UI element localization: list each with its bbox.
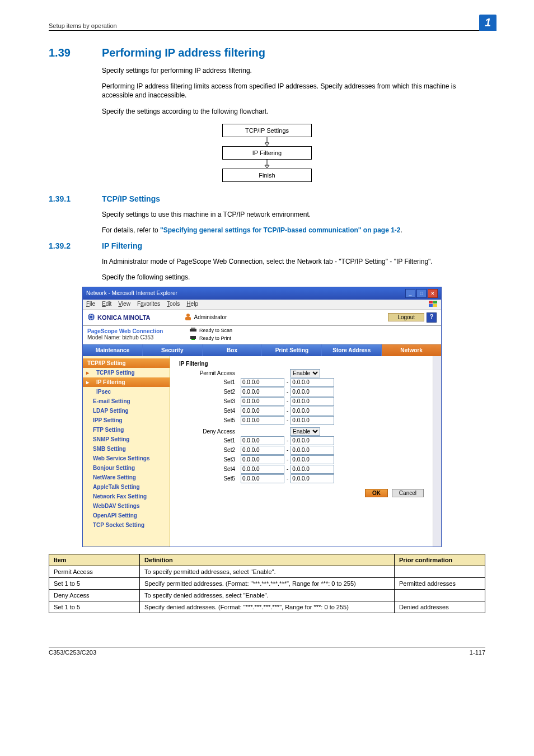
sidebar-item-ipfiltering[interactable]: IP Filtering bbox=[83, 377, 170, 387]
sub1-p2: For details, refer to "Specifying genera… bbox=[102, 226, 485, 235]
sub2-p2: Specify the following settings. bbox=[102, 273, 485, 282]
deny-set-label: Set3 bbox=[179, 456, 241, 463]
menu-file[interactable]: File bbox=[86, 301, 95, 308]
sidebar-item-snmp[interactable]: SNMP Setting bbox=[83, 435, 170, 444]
deny-set2-from[interactable] bbox=[241, 446, 284, 455]
permit-set3-to[interactable] bbox=[291, 397, 334, 406]
sidebar-item-netfax[interactable]: Network Fax Setting bbox=[83, 492, 170, 501]
deny-set5-to[interactable] bbox=[291, 474, 334, 483]
menu-favorites[interactable]: Favorites bbox=[137, 301, 160, 308]
help-button[interactable]: ? bbox=[427, 312, 437, 323]
table-cell: Set 1 to 5 bbox=[49, 577, 140, 589]
ok-button[interactable]: OK bbox=[365, 489, 388, 497]
deny-set4-to[interactable] bbox=[291, 465, 334, 474]
tab-network[interactable]: Network bbox=[382, 344, 441, 356]
definition-table: Item Definition Prior confirmation Permi… bbox=[49, 554, 485, 613]
dash-icon: - bbox=[284, 417, 291, 423]
xref-link[interactable]: "Specifying general settings for TCP/IP-… bbox=[160, 226, 400, 234]
sidebar-item-webservice[interactable]: Web Service Settings bbox=[83, 454, 170, 463]
dash-icon: - bbox=[284, 389, 291, 395]
flow-box-finish: Finish bbox=[222, 169, 312, 182]
dash-icon: - bbox=[284, 408, 291, 414]
sidebar-item-tcpsocket[interactable]: TCP Socket Setting bbox=[83, 520, 170, 530]
deny-access-select[interactable]: Enable bbox=[290, 427, 320, 436]
deny-set1-from[interactable] bbox=[241, 436, 284, 445]
sidebar-item-bonjour[interactable]: Bonjour Setting bbox=[83, 463, 170, 473]
deny-set1-to[interactable] bbox=[291, 436, 334, 445]
brand-text: KONICA MINOLTA bbox=[97, 314, 151, 321]
permit-set4-from[interactable] bbox=[241, 407, 284, 416]
deny-set5-from[interactable] bbox=[241, 474, 284, 483]
table-cell: Permitted addresses bbox=[395, 577, 485, 589]
permit-set3-from[interactable] bbox=[241, 397, 284, 406]
permit-set4-to[interactable] bbox=[291, 407, 334, 416]
dash-icon: - bbox=[284, 379, 291, 385]
deny-access-label: Deny Access bbox=[179, 428, 241, 435]
menu-view[interactable]: View bbox=[118, 301, 130, 308]
table-cell bbox=[395, 589, 485, 601]
section-title: Performing IP address filtering bbox=[102, 46, 265, 59]
permit-set1-from[interactable] bbox=[241, 378, 284, 387]
tab-box[interactable]: Box bbox=[203, 344, 263, 356]
svg-marker-1 bbox=[265, 143, 269, 146]
close-icon[interactable]: × bbox=[428, 289, 438, 298]
sidebar-item-ftp[interactable]: FTP Setting bbox=[83, 425, 170, 435]
sidebar-item-ipsec[interactable]: IPsec bbox=[83, 387, 170, 396]
tab-maintenance[interactable]: Maintenance bbox=[83, 344, 143, 356]
flow-box-tcpip: TCP/IP Settings bbox=[222, 124, 312, 137]
deny-set-label: Set1 bbox=[179, 437, 241, 444]
sub1-title: TCP/IP Settings bbox=[102, 194, 160, 203]
tab-print-setting[interactable]: Print Setting bbox=[262, 344, 322, 356]
scanner-icon bbox=[189, 327, 197, 334]
logout-button[interactable]: Logout bbox=[388, 313, 424, 321]
tab-store-address[interactable]: Store Address bbox=[322, 344, 382, 356]
cancel-button[interactable]: Cancel bbox=[392, 489, 424, 497]
sidebar-item-appletalk[interactable]: AppleTalk Setting bbox=[83, 482, 170, 492]
maximize-icon[interactable]: □ bbox=[416, 289, 427, 298]
permit-access-select[interactable]: Enable bbox=[290, 369, 320, 377]
menu-tools[interactable]: Tools bbox=[167, 301, 180, 308]
permit-set2-from[interactable] bbox=[241, 388, 284, 396]
svg-rect-12 bbox=[185, 317, 191, 320]
permit-set1-to[interactable] bbox=[291, 378, 334, 387]
sidebar-item-ipp[interactable]: IPP Setting bbox=[83, 416, 170, 425]
sidebar-item-smb[interactable]: SMB Setting bbox=[83, 444, 170, 454]
scrollbar[interactable] bbox=[433, 356, 441, 547]
deny-set3-to[interactable] bbox=[291, 455, 334, 464]
table-cell: To specify denied addresses, select "Ena… bbox=[140, 589, 395, 601]
chapter-chip: 1 bbox=[479, 15, 496, 31]
deny-set3-from[interactable] bbox=[241, 455, 284, 464]
svg-rect-4 bbox=[429, 301, 433, 304]
breadcrumb: Setup items by operation bbox=[49, 22, 117, 29]
permit-set2-to[interactable] bbox=[291, 388, 334, 396]
svg-rect-5 bbox=[433, 301, 437, 304]
sub1-heading: 1.39.1TCP/IP Settings bbox=[49, 194, 485, 203]
sidebar-item-webdav[interactable]: WebDAV Settings bbox=[83, 501, 170, 511]
sidebar: TCP/IP Setting TCP/IP Setting IP Filteri… bbox=[83, 356, 170, 547]
admin-label: Administrator bbox=[194, 314, 227, 320]
menu-edit[interactable]: Edit bbox=[102, 301, 111, 308]
deny-set2-to[interactable] bbox=[291, 446, 334, 455]
windows-flag-icon bbox=[429, 301, 438, 308]
minimize-icon[interactable]: _ bbox=[405, 289, 415, 298]
ready-scan-label: Ready to Scan bbox=[199, 328, 232, 333]
svg-rect-14 bbox=[191, 328, 195, 329]
svg-point-11 bbox=[186, 314, 190, 317]
sub2-p1: In Administrator mode of PageScope Web C… bbox=[102, 257, 485, 266]
permit-set5-to[interactable] bbox=[291, 416, 334, 425]
sidebar-item-netware[interactable]: NetWare Setting bbox=[83, 473, 170, 482]
window-title: Network - Microsoft Internet Explorer bbox=[86, 290, 177, 296]
sidebar-item-ldap[interactable]: LDAP Setting bbox=[83, 406, 170, 416]
content-heading: IP Filtering bbox=[179, 361, 424, 367]
sidebar-item-email[interactable]: E-mail Setting bbox=[83, 396, 170, 406]
table-cell bbox=[395, 566, 485, 577]
menu-help[interactable]: Help bbox=[186, 301, 198, 308]
tab-security[interactable]: Security bbox=[143, 344, 203, 356]
model-label: Model Name: bizhub C353 bbox=[87, 334, 182, 340]
sidebar-item-tcpip[interactable]: TCP/IP Setting bbox=[83, 368, 170, 377]
sub1-p1: Specify settings to use this machine in … bbox=[102, 210, 485, 219]
permit-set5-from[interactable] bbox=[241, 416, 284, 425]
th-item: Item bbox=[49, 554, 140, 566]
sidebar-item-openapi[interactable]: OpenAPI Setting bbox=[83, 511, 170, 520]
deny-set4-from[interactable] bbox=[241, 465, 284, 474]
